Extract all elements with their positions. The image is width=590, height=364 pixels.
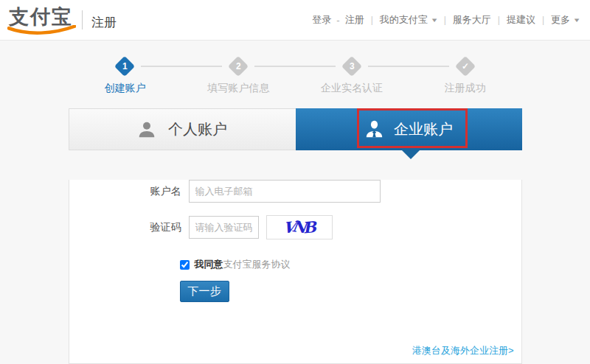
account-input[interactable] bbox=[189, 180, 381, 203]
step-3-label: 企业实名认证 bbox=[321, 82, 383, 95]
tab-personal-account[interactable]: 个人账户 bbox=[69, 108, 296, 150]
businessman-icon bbox=[364, 119, 384, 139]
captcha-row: 验证码 VNB bbox=[148, 215, 521, 239]
account-label: 账户名 bbox=[148, 185, 181, 198]
nav-dash-separator: - bbox=[336, 15, 339, 26]
captcha-input[interactable] bbox=[189, 216, 259, 239]
step-2-label: 填写账户信息 bbox=[207, 82, 269, 95]
step-1-number: 1 bbox=[122, 61, 128, 71]
nav-suggest-link[interactable]: 提建议 bbox=[507, 13, 535, 27]
header: 支付宝 注册 登录 - 注册 | 我的支付宝 ▼ | 服务大厅 | 提建议 | … bbox=[0, 0, 590, 41]
chevron-down-icon: ▼ bbox=[430, 17, 438, 24]
nav-register-link[interactable]: 注册 bbox=[345, 13, 364, 27]
brand-divider bbox=[82, 10, 83, 29]
step-4-diamond: ✓ bbox=[454, 56, 475, 77]
page-title: 注册 bbox=[91, 10, 117, 31]
captcha-letter: B bbox=[302, 217, 315, 237]
active-tab-pointer bbox=[402, 150, 420, 159]
step-2-number: 2 bbox=[236, 61, 241, 71]
account-row: 账户名 bbox=[148, 180, 521, 203]
alipay-logo[interactable]: 支付宝 bbox=[7, 4, 76, 37]
account-type-tabs: 个人账户 企业账户 bbox=[69, 108, 522, 150]
logo-swoosh-icon bbox=[7, 25, 76, 35]
step-1-diamond: 1 bbox=[114, 56, 135, 77]
step-1-label: 创建账户 bbox=[104, 82, 145, 95]
step-2-diamond: 2 bbox=[228, 56, 249, 77]
person-icon bbox=[137, 120, 156, 139]
register-card: 个人账户 企业账户 账户名 验证码 VNB 我同意 支付宝服务 bbox=[69, 108, 522, 364]
step-create-account: 1 创建账户 bbox=[69, 57, 182, 95]
nav-more-link[interactable]: 更多 ▼ bbox=[551, 13, 580, 27]
step-3-number: 3 bbox=[350, 61, 355, 71]
register-form: 账户名 验证码 VNB 我同意 支付宝服务协议 下一步 港澳台及海外企业注册> bbox=[69, 180, 522, 364]
step-register-success: ✓ 注册成功 bbox=[409, 57, 522, 95]
step-4-label: 注册成功 bbox=[445, 82, 486, 95]
captcha-label: 验证码 bbox=[148, 221, 181, 234]
step-3-diamond: 3 bbox=[341, 56, 362, 77]
check-icon: ✓ bbox=[462, 61, 469, 71]
nav-service-hall-link[interactable]: 服务大厅 bbox=[453, 13, 491, 27]
nav-separator: | bbox=[444, 15, 446, 25]
progress-steps: 1 创建账户 2 填写账户信息 3 企业实名认证 ✓ 注册成功 bbox=[69, 57, 522, 95]
step-fill-info: 2 填写账户信息 bbox=[181, 57, 295, 95]
agreement-row: 我同意 支付宝服务协议 bbox=[180, 258, 521, 271]
next-step-button[interactable]: 下一步 bbox=[180, 281, 229, 302]
step-verify-identity: 3 企业实名认证 bbox=[295, 57, 409, 95]
tab-personal-label: 个人账户 bbox=[168, 119, 227, 139]
agreement-prefix: 我同意 bbox=[195, 258, 223, 271]
nav-my-alipay-label: 我的支付宝 bbox=[380, 13, 428, 27]
brand: 支付宝 注册 bbox=[7, 4, 117, 37]
agreement-link[interactable]: 支付宝服务协议 bbox=[223, 258, 291, 271]
tab-enterprise-label: 企业账户 bbox=[394, 119, 453, 139]
nav-separator: | bbox=[542, 15, 544, 25]
nav-separator: | bbox=[498, 15, 500, 25]
top-nav: 登录 - 注册 | 我的支付宝 ▼ | 服务大厅 | 提建议 | 更多 ▼ bbox=[312, 13, 580, 27]
captcha-text: VNB bbox=[283, 218, 314, 237]
captcha-image[interactable]: VNB bbox=[266, 215, 333, 239]
overseas-register-link[interactable]: 港澳台及海外企业注册> bbox=[412, 344, 514, 357]
chevron-down-icon: ▼ bbox=[572, 17, 580, 24]
agreement-checkbox[interactable] bbox=[180, 260, 190, 270]
nav-my-alipay-link[interactable]: 我的支付宝 ▼ bbox=[380, 13, 437, 27]
nav-login-link[interactable]: 登录 bbox=[312, 13, 331, 27]
nav-more-label: 更多 bbox=[551, 13, 570, 27]
nav-separator: | bbox=[371, 15, 373, 25]
tab-enterprise-account[interactable]: 企业账户 bbox=[296, 108, 522, 150]
